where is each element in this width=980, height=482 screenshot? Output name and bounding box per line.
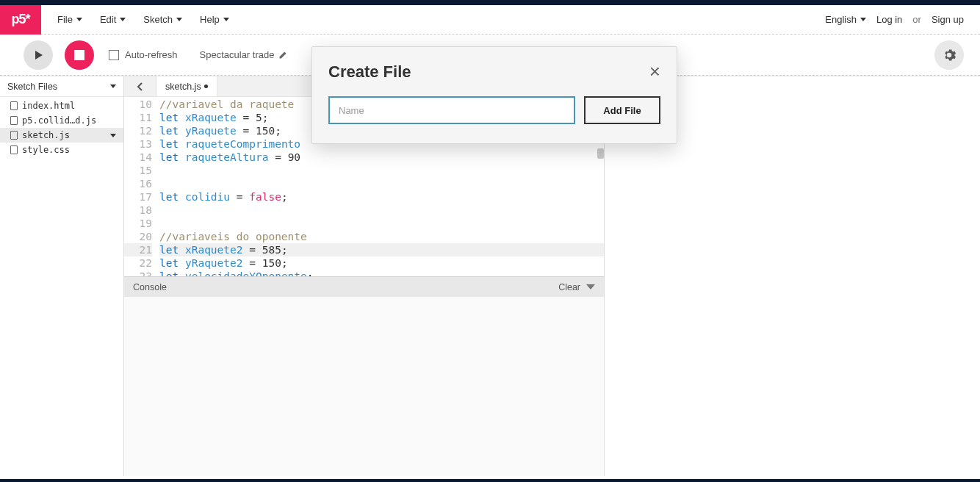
add-file-button[interactable]: Add File [584, 96, 660, 124]
menubar: p5* File Edit Sketch Help English Log in… [0, 5, 980, 35]
file-item[interactable]: style.css [0, 143, 123, 157]
chevron-down-icon [586, 284, 595, 289]
file-item[interactable]: sketch.js [0, 128, 123, 143]
tab-sketch-js[interactable]: sketch.js [156, 76, 217, 96]
create-file-modal: Create File × Add File [311, 46, 677, 144]
scrollbar-thumb[interactable] [597, 148, 604, 159]
signup-link[interactable]: Sign up [932, 14, 964, 25]
console-body [124, 297, 604, 476]
separator: or [912, 14, 921, 25]
gear-icon [942, 48, 956, 62]
play-button[interactable] [24, 40, 53, 70]
stop-icon [74, 50, 84, 60]
caret-down-icon [223, 18, 229, 21]
caret-down-icon [176, 18, 182, 21]
file-icon [10, 116, 18, 125]
menu-help[interactable]: Help [200, 14, 229, 25]
console-clear[interactable]: Clear [558, 282, 580, 292]
menu-sketch[interactable]: Sketch [143, 14, 182, 25]
sidebar: Sketch Files index.htmlp5.collid…d.jsske… [0, 76, 124, 476]
caret-down-icon [120, 18, 126, 21]
menu-edit[interactable]: Edit [100, 14, 126, 25]
file-icon [10, 131, 18, 140]
sidebar-header[interactable]: Sketch Files [0, 76, 123, 97]
file-item[interactable]: p5.collid…d.js [0, 113, 123, 128]
filename-input[interactable] [328, 96, 575, 124]
project-name[interactable]: Spectacular trade [200, 49, 288, 60]
close-icon[interactable]: × [649, 60, 660, 83]
file-icon [10, 145, 18, 154]
auto-refresh-toggle[interactable]: Auto-refresh [109, 49, 178, 60]
login-link[interactable]: Log in [876, 14, 902, 25]
menu-file[interactable]: File [57, 14, 82, 25]
console-header[interactable]: Console Clear [124, 276, 604, 297]
modified-dot-icon [204, 84, 208, 88]
modal-title: Create File [328, 62, 411, 82]
caret-down-icon [110, 84, 116, 88]
pencil-icon [278, 51, 287, 60]
language-select[interactable]: English [825, 14, 866, 25]
settings-button[interactable] [934, 40, 964, 70]
stop-button[interactable] [65, 40, 94, 70]
caret-down-icon [860, 18, 866, 21]
collapse-sidebar-button[interactable] [124, 76, 156, 96]
caret-down-icon [76, 18, 82, 21]
logo: p5* [0, 5, 41, 35]
checkbox-icon [109, 50, 119, 60]
file-item[interactable]: index.html [0, 98, 123, 113]
file-icon [10, 101, 18, 110]
caret-down-icon [110, 134, 116, 137]
